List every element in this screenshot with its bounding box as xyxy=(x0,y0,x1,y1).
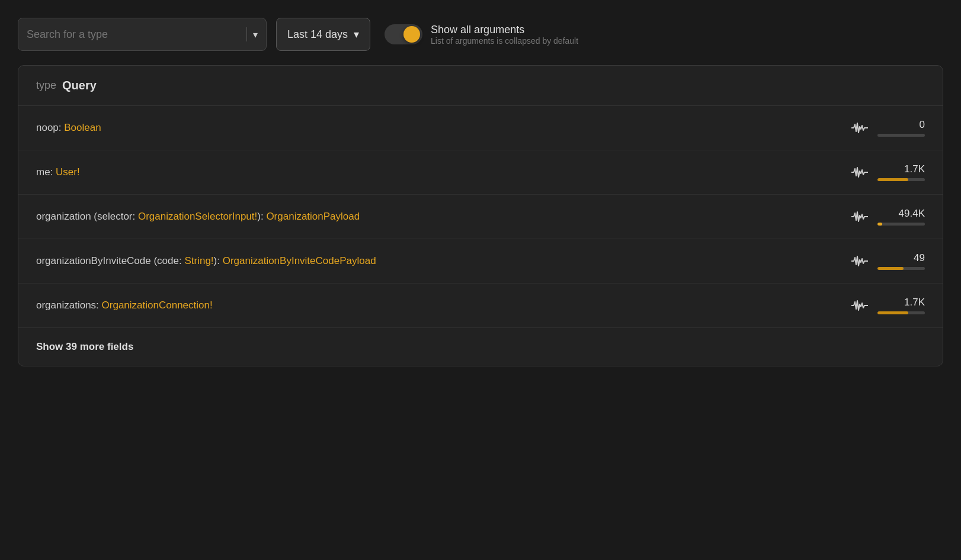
toggle-knob xyxy=(403,26,420,43)
field-type: OrganizationConnection! xyxy=(102,300,213,311)
field-return-type: OrganizationPayload xyxy=(266,211,360,222)
toolbar: ▾ Last 14 days ▾ Show all arguments List… xyxy=(18,18,943,51)
type-name: Query xyxy=(62,79,97,92)
field-row[interactable]: organizationByInviteCode (code: String!)… xyxy=(18,239,943,284)
usage-bar-fill xyxy=(877,178,908,181)
show-arguments-toggle[interactable] xyxy=(385,24,422,44)
field-arg-type: String! xyxy=(184,255,213,266)
usage-bar-fill xyxy=(877,223,882,226)
field-row[interactable]: noop: Boolean 0 xyxy=(18,106,943,150)
toggle-label-group: Show all arguments List of arguments is … xyxy=(431,24,578,46)
main-card: type Query noop: Boolean 0me: User! 1.7K… xyxy=(18,65,943,366)
date-picker[interactable]: Last 14 days ▾ xyxy=(276,18,370,51)
field-row[interactable]: organization (selector: OrganizationSele… xyxy=(18,195,943,239)
count-group: 49 xyxy=(877,252,925,270)
field-suffix: ): xyxy=(257,211,266,222)
field-type: Boolean xyxy=(64,122,101,133)
usage-bar xyxy=(877,223,925,226)
field-name: organization (selector: xyxy=(36,211,138,222)
field-text: organizations: OrganizationConnection! xyxy=(36,300,213,311)
toggle-subtitle: List of arguments is collapsed by defaul… xyxy=(431,36,578,46)
field-text: me: User! xyxy=(36,166,80,178)
field-right: 1.7K xyxy=(851,163,925,181)
count-value: 1.7K xyxy=(904,297,925,308)
count-value: 0 xyxy=(920,119,925,131)
field-arg-type: OrganizationSelectorInput! xyxy=(138,211,257,222)
field-row[interactable]: me: User! 1.7K xyxy=(18,150,943,195)
type-header: type Query xyxy=(18,66,943,106)
fields-container: noop: Boolean 0me: User! 1.7Korganizatio… xyxy=(18,106,943,328)
type-keyword: type xyxy=(36,79,56,92)
count-group: 0 xyxy=(877,119,925,137)
field-right: 49.4K xyxy=(851,208,925,226)
waveform-icon xyxy=(851,255,868,267)
field-suffix: ): xyxy=(214,255,223,266)
date-label: Last 14 days xyxy=(287,28,348,41)
count-group: 1.7K xyxy=(877,163,925,181)
waveform-icon xyxy=(851,300,868,311)
field-name: noop: xyxy=(36,122,64,133)
field-right: 49 xyxy=(851,252,925,270)
field-right: 1.7K xyxy=(851,297,925,314)
field-return-type: OrganizationByInviteCodePayload xyxy=(223,255,376,266)
field-type: User! xyxy=(56,166,80,178)
usage-bar-fill xyxy=(877,311,908,314)
usage-bar xyxy=(877,267,925,270)
usage-bar xyxy=(877,134,925,137)
waveform-icon xyxy=(851,166,868,178)
field-text: organizationByInviteCode (code: String!)… xyxy=(36,255,376,267)
count-group: 1.7K xyxy=(877,297,925,314)
search-input[interactable] xyxy=(27,28,241,41)
date-dropdown-icon: ▾ xyxy=(354,28,359,41)
count-group: 49.4K xyxy=(877,208,925,226)
toggle-section: Show all arguments List of arguments is … xyxy=(385,24,578,46)
show-more-button[interactable]: Show 39 more fields xyxy=(18,328,943,366)
toggle-title: Show all arguments xyxy=(431,24,578,36)
count-value: 49 xyxy=(914,252,925,264)
count-value: 1.7K xyxy=(904,163,925,175)
count-value: 49.4K xyxy=(899,208,925,220)
field-name: organizations: xyxy=(36,300,102,311)
waveform-icon xyxy=(851,211,868,223)
field-name: me: xyxy=(36,166,56,178)
field-name: organizationByInviteCode (code: xyxy=(36,255,184,266)
search-box[interactable]: ▾ xyxy=(18,18,267,51)
waveform-icon xyxy=(851,122,868,134)
field-row[interactable]: organizations: OrganizationConnection! 1… xyxy=(18,284,943,328)
search-divider xyxy=(246,27,247,41)
field-text: organization (selector: OrganizationSele… xyxy=(36,211,360,223)
usage-bar xyxy=(877,178,925,181)
usage-bar xyxy=(877,311,925,314)
field-text: noop: Boolean xyxy=(36,122,101,134)
field-right: 0 xyxy=(851,119,925,137)
search-dropdown-icon[interactable]: ▾ xyxy=(253,29,258,40)
usage-bar-fill xyxy=(877,267,904,270)
